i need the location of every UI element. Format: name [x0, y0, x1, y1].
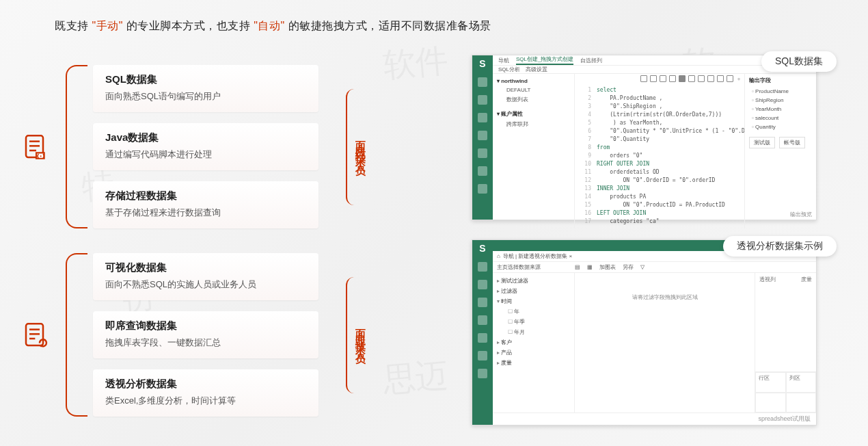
refresh-doc-icon	[21, 319, 52, 351]
tree-leaf[interactable]: 年月	[497, 327, 570, 337]
card-desc: 基于存储过程来进行数据查询	[105, 207, 306, 219]
bracket-nontech	[52, 253, 93, 417]
rail-icon[interactable]	[478, 184, 487, 194]
card-title: 存储过程数据集	[105, 189, 306, 202]
tab-nav[interactable]: 导航	[498, 57, 509, 64]
tree-item[interactable]: DEFAULT	[497, 86, 570, 94]
tree-section[interactable]: 产品	[497, 347, 570, 358]
toolbar: 主页选择数据来源 ▤ ▦ 加图表 另存 ▽	[493, 262, 816, 273]
card-desc: 类Excel,多维度分析，时间计算等	[105, 395, 306, 407]
card-title: 即席查询数据集	[105, 319, 306, 332]
prop-item[interactable]: Quantity	[749, 122, 812, 131]
tab-select-col[interactable]: 自选择列	[580, 57, 602, 64]
toolbar-icon[interactable]	[660, 75, 666, 82]
rail-icon[interactable]	[478, 369, 487, 378]
toolbar-icon[interactable]	[727, 75, 733, 82]
toolbar-icon[interactable]	[669, 75, 676, 82]
tree-leaf[interactable]: 年季	[497, 317, 570, 327]
toolbar-icon[interactable]	[640, 75, 647, 82]
tree-root[interactable]: ▾ northwind	[497, 77, 570, 86]
toolbar-icon[interactable]	[688, 75, 695, 82]
rail-icon[interactable]	[478, 333, 487, 343]
tree-panel: ▾ northwind DEFAULT 数据列表 ▾ 账户属性 跨库联邦	[493, 74, 575, 228]
tree-section[interactable]: ▾ 账户属性	[497, 109, 570, 119]
rail-icon[interactable]	[478, 77, 487, 87]
toolbar-icon[interactable]	[698, 75, 705, 82]
toolbar-item[interactable]: 另存	[623, 263, 634, 271]
toolbar-icon[interactable]	[650, 75, 657, 82]
rail-icon[interactable]	[478, 148, 487, 158]
footer-text: spreadsheet试用版	[758, 415, 811, 423]
tree-section[interactable]: 时间	[497, 296, 570, 306]
card-visual-dataset: 可视化数据集 面向不熟悉SQL的实施人员或业务人员	[93, 253, 318, 300]
props-footer: 输出预览	[790, 211, 812, 218]
tree-section[interactable]: 客户	[497, 337, 570, 347]
vlabel-tech: 面向纯技术人员	[346, 89, 367, 205]
grid-cell[interactable]: 行区	[755, 372, 786, 393]
watermark: 思迈	[381, 353, 450, 402]
vlabel-nontech: 面向非技术人员	[346, 277, 367, 393]
logo-icon: S	[479, 243, 485, 254]
subtab-adv[interactable]: 高级设置	[526, 66, 547, 73]
toolbar-chart-icon[interactable]: ▦	[587, 264, 593, 270]
prop-item[interactable]: salecount	[749, 114, 812, 122]
rail-icon[interactable]	[478, 95, 487, 105]
card-pivot-dataset: 透视分析数据集 类Excel,多维度分析，时间计算等	[93, 369, 318, 417]
config-panel: 透视列 度量 行区 列区	[755, 273, 816, 412]
headline-q1: "手动"	[92, 20, 122, 31]
watermark: 软件	[381, 38, 450, 88]
home-icon[interactable]: ⌂	[497, 253, 500, 259]
rail-icon[interactable]	[478, 131, 487, 140]
tree-leaf[interactable]: 年	[497, 306, 570, 317]
code-editor[interactable]: ＋ 1select 2 PA.ProductName , 3 "0".ShipR…	[575, 74, 744, 228]
config-label: 度量	[801, 276, 812, 369]
rail-icon[interactable]	[478, 280, 487, 289]
rail-icon[interactable]	[478, 351, 487, 360]
prop-item[interactable]: ProductName	[749, 87, 812, 96]
toolbar-save-icon[interactable]: ▤	[575, 264, 580, 270]
prop-item[interactable]: YearMonth	[749, 105, 812, 114]
props-head: 输出字段	[749, 77, 812, 84]
toolbar-funnel-icon[interactable]: ▽	[640, 264, 645, 270]
rail-icon[interactable]	[478, 315, 487, 325]
card-desc: 面向不熟悉SQL的实施人员或业务人员	[105, 278, 306, 291]
toolbar-icon[interactable]	[707, 75, 714, 82]
tree-item[interactable]: 跨库联邦	[497, 119, 570, 129]
prop-tab[interactable]: 测试版	[749, 137, 775, 148]
grid-cell[interactable]	[755, 393, 786, 413]
grid-cell[interactable]: 列区	[786, 372, 817, 393]
rail-icon[interactable]	[478, 262, 487, 272]
rail-icon[interactable]	[478, 113, 487, 122]
card-desc: 通过编写代码脚本进行处理	[105, 148, 306, 161]
tab-sql-create[interactable]: SQL创建_拖拽方式创建	[516, 55, 573, 65]
config-grid[interactable]: 行区 列区	[755, 371, 816, 412]
card-desc: 拖拽库表字段、一键数据汇总	[105, 337, 306, 349]
card-sql-dataset: SQL数据集 面向熟悉SQL语句编写的用户	[93, 65, 318, 112]
rail-icon[interactable]	[478, 166, 487, 176]
screenshot-pivot-dataset: 透视分析数据集示例 S ⌂ 导航 | 新建透视分析数据集 × 主页选择数据来源 …	[472, 239, 817, 425]
drop-area[interactable]: 请将过滤字段拖拽到此区域	[575, 273, 755, 412]
toolbar-icon[interactable]	[717, 75, 724, 82]
card-java-dataset: Java数据集 通过编写代码脚本进行处理	[93, 123, 318, 170]
toolbar-item[interactable]: 加图表	[599, 263, 616, 271]
toolbar-plus-icon[interactable]: ＋	[736, 75, 742, 83]
card-title: 可视化数据集	[105, 261, 306, 274]
tree-item[interactable]: 数据列表	[497, 94, 570, 105]
prop-tab[interactable]: 帐号版	[779, 137, 805, 148]
tree-section[interactable]: 测试过滤器	[497, 276, 570, 286]
tree-section[interactable]: 过滤器	[497, 286, 570, 296]
tree-panel: 测试过滤器 过滤器 时间 年 年季 年月 客户 产品 度量	[493, 273, 575, 412]
prop-item[interactable]: ShipRegion	[749, 96, 812, 105]
subtab-sql[interactable]: SQL分析	[498, 66, 520, 73]
toolbar-item[interactable]: 主页选择数据来源	[497, 263, 541, 271]
headline-q2: "自动"	[254, 20, 284, 31]
headline-p2: 的专业脚本方式，也支持	[126, 20, 251, 31]
group-tech: SQL数据集 面向熟悉SQL语句编写的用户 Java数据集 通过编写代码脚本进行…	[21, 65, 367, 228]
tree-section[interactable]: 度量	[497, 358, 570, 368]
grid-cell[interactable]	[786, 393, 817, 413]
card-title: 透视分析数据集	[105, 378, 306, 391]
sidebar-rail: S	[472, 55, 493, 220]
rail-icon[interactable]	[478, 298, 487, 307]
toolbar-icon[interactable]	[679, 75, 686, 82]
logo-icon: S	[479, 58, 485, 69]
